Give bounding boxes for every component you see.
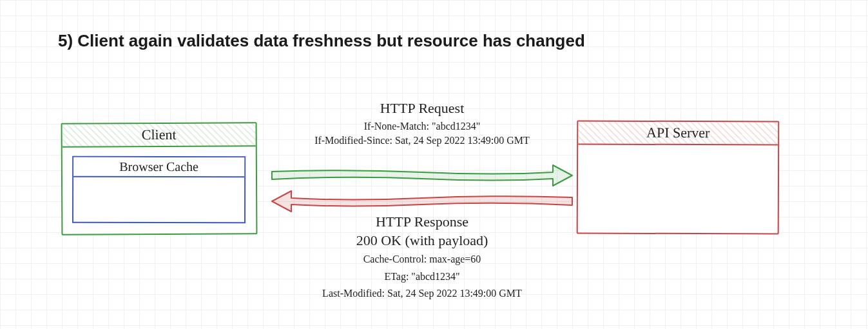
client-header: Client — [63, 123, 256, 148]
response-arrow-icon — [271, 188, 574, 214]
request-header-if-modified-since: If-Modified-Since: Sat, 24 Sep 2022 13:4… — [264, 134, 580, 148]
response-status: 200 OK (with payload) — [264, 232, 580, 250]
request-label-group: HTTP Request If-None-Match: "abcd1234" I… — [264, 100, 580, 148]
api-server-box: API Server — [577, 120, 780, 234]
response-header-etag: ETag: "abcd1234" — [264, 270, 580, 284]
browser-cache-header: Browser Cache — [73, 157, 244, 177]
diagram-title: 5) Client again validates data freshness… — [58, 31, 585, 51]
request-arrow-icon — [271, 163, 574, 188]
request-header-if-none-match: If-None-Match: "abcd1234" — [264, 119, 580, 134]
response-label-group: HTTP Response 200 OK (with payload) Cach… — [264, 213, 580, 301]
response-header-last-modified: Last-Modified: Sat, 24 Sep 2022 13:49:00… — [264, 286, 580, 301]
browser-cache-box: Browser Cache — [72, 156, 246, 223]
client-box: Client Browser Cache — [61, 122, 258, 235]
response-header-cache-control: Cache-Control: max-age=60 — [264, 252, 580, 266]
request-heading: HTTP Request — [264, 100, 580, 117]
response-heading: HTTP Response — [264, 213, 580, 232]
api-server-header: API Server — [578, 121, 778, 145]
